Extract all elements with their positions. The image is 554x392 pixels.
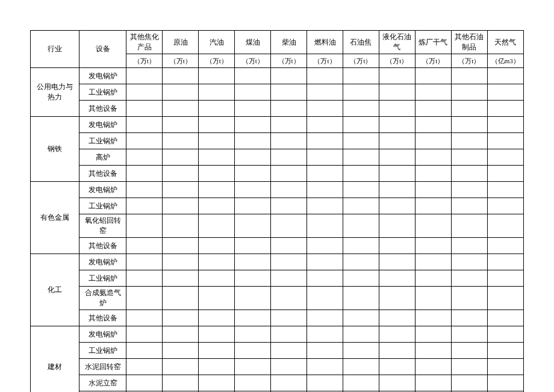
data-cell xyxy=(379,84,415,101)
data-cell xyxy=(307,270,343,287)
table-row: 钢铁发电锅炉 xyxy=(31,117,524,133)
data-cell xyxy=(343,359,379,375)
data-cell xyxy=(163,166,199,182)
header-col-3: 煤油 xyxy=(235,31,271,54)
data-cell xyxy=(343,84,379,101)
data-cell xyxy=(487,287,523,310)
data-cell xyxy=(487,310,523,326)
equipment-cell: 水泥回转窑 xyxy=(79,359,126,375)
header-col-9: 其他石油制品 xyxy=(451,31,487,54)
data-cell xyxy=(343,326,379,343)
data-cell xyxy=(199,68,235,84)
data-cell xyxy=(235,166,271,182)
data-cell xyxy=(126,270,163,287)
equipment-cell: 高炉 xyxy=(79,149,126,166)
data-cell xyxy=(451,117,487,133)
data-cell xyxy=(307,133,343,149)
data-cell xyxy=(163,375,199,391)
data-cell xyxy=(307,198,343,214)
data-cell xyxy=(307,214,343,238)
data-cell xyxy=(379,287,415,310)
data-cell xyxy=(343,117,379,133)
data-cell xyxy=(487,182,523,198)
data-cell xyxy=(163,326,199,343)
data-cell xyxy=(451,149,487,166)
data-cell xyxy=(126,149,163,166)
data-cell xyxy=(415,68,451,84)
industry-cell: 有色金属 xyxy=(31,182,79,254)
data-cell xyxy=(199,214,235,238)
data-cell xyxy=(343,182,379,198)
data-cell xyxy=(415,214,451,238)
data-cell xyxy=(199,149,235,166)
data-cell xyxy=(487,375,523,391)
data-cell xyxy=(271,270,307,287)
data-cell xyxy=(451,310,487,326)
unit-6: （万t） xyxy=(343,54,379,68)
data-cell xyxy=(415,198,451,214)
data-cell xyxy=(126,359,163,375)
data-cell xyxy=(126,214,163,238)
table-row: 氧化铝回转窑 xyxy=(31,214,524,238)
data-cell xyxy=(415,287,451,310)
data-cell xyxy=(163,198,199,214)
equipment-cell: 氧化铝回转窑 xyxy=(79,214,126,238)
data-cell xyxy=(451,287,487,310)
table-row: 工业锅炉 xyxy=(31,343,524,359)
data-cell xyxy=(235,133,271,149)
table-row: 其他设备 xyxy=(31,310,524,326)
data-cell xyxy=(235,359,271,375)
data-cell xyxy=(487,238,523,254)
data-cell xyxy=(126,238,163,254)
data-cell xyxy=(199,101,235,117)
unit-5: （万t） xyxy=(307,54,343,68)
equipment-cell: 其他设备 xyxy=(79,166,126,182)
data-cell xyxy=(199,254,235,270)
data-cell xyxy=(126,166,163,182)
data-cell xyxy=(126,133,163,149)
data-cell xyxy=(343,238,379,254)
data-cell xyxy=(379,238,415,254)
data-cell xyxy=(199,198,235,214)
data-cell xyxy=(343,270,379,287)
data-cell xyxy=(126,310,163,326)
data-cell xyxy=(199,133,235,149)
equipment-cell: 发电锅炉 xyxy=(79,182,126,198)
equipment-cell: 发电锅炉 xyxy=(79,326,126,343)
data-cell xyxy=(379,375,415,391)
unit-7: （万t） xyxy=(379,54,415,68)
unit-0: （万t） xyxy=(126,54,163,68)
data-cell xyxy=(487,101,523,117)
data-cell xyxy=(163,359,199,375)
data-cell xyxy=(199,182,235,198)
data-cell xyxy=(126,343,163,359)
data-cell xyxy=(163,254,199,270)
data-cell xyxy=(235,326,271,343)
data-cell xyxy=(451,343,487,359)
data-cell xyxy=(307,101,343,117)
data-cell xyxy=(126,68,163,84)
data-cell xyxy=(415,375,451,391)
data-cell xyxy=(487,166,523,182)
data-cell xyxy=(199,326,235,343)
data-cell xyxy=(343,287,379,310)
data-cell xyxy=(379,166,415,182)
data-cell xyxy=(379,198,415,214)
data-cell xyxy=(451,101,487,117)
header-col-0: 其他焦化产品 xyxy=(126,31,163,54)
unit-4: （万t） xyxy=(271,54,307,68)
data-cell xyxy=(451,182,487,198)
data-cell xyxy=(451,326,487,343)
data-cell xyxy=(379,117,415,133)
table-row: 工业锅炉 xyxy=(31,270,524,287)
equipment-cell: 合成氨造气炉 xyxy=(79,287,126,310)
data-cell xyxy=(307,359,343,375)
data-cell xyxy=(487,270,523,287)
data-cell xyxy=(415,182,451,198)
data-cell xyxy=(451,166,487,182)
data-cell xyxy=(451,214,487,238)
industry-cell: 化工 xyxy=(31,254,79,326)
data-cell xyxy=(343,254,379,270)
table-row: 工业锅炉 xyxy=(31,198,524,214)
header-col-2: 汽油 xyxy=(199,31,235,54)
